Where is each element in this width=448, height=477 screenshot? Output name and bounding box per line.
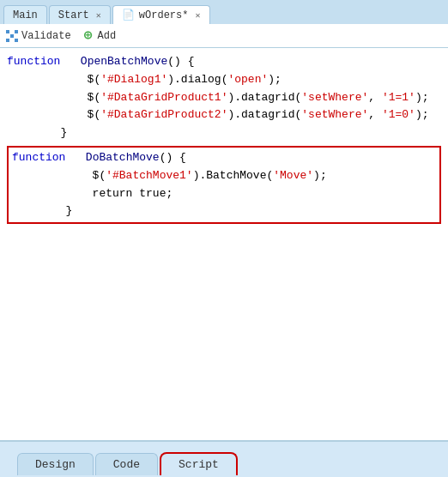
tab-script-label: Script [179, 458, 219, 471]
code-line-2-3: return true; [12, 185, 436, 203]
tab-start[interactable]: Start ✕ [49, 5, 111, 24]
code-line-1-1: function OpenBatchMove() { [7, 53, 441, 71]
tab-main-label: Main [13, 9, 38, 21]
tab-bar: Main Start ✕ 📄 wOrders* ✕ [0, 0, 448, 24]
code-line-1-2: $('#Dialog1').dialog('open'); [7, 71, 441, 89]
tab-worders-label: wOrders* [139, 9, 189, 21]
tab-start-label: Start [58, 9, 89, 21]
validate-label: Validate [21, 30, 71, 42]
tab-main[interactable]: Main [3, 5, 47, 24]
tab-design-label: Design [35, 458, 76, 471]
add-button[interactable]: ⊕ Add [82, 29, 117, 43]
toolbar: Validate ⊕ Add [0, 24, 448, 48]
code-line-1-3: $('#DataGridProduct1').datagrid('setWher… [7, 89, 441, 107]
bottom-tab-bar: Design Code Script [0, 441, 448, 477]
validate-button[interactable]: Validate [5, 29, 71, 43]
code-line-2-2: $('#BatchMove1').BatchMove('Move'); [12, 167, 436, 185]
code-line-1-5: } [7, 124, 441, 142]
tab-worders[interactable]: 📄 wOrders* ✕ [112, 5, 210, 24]
code-line-1-4: $('#DataGridProduct2').datagrid('setWher… [7, 106, 441, 124]
code-block-2-highlight: function DoBatchMove() { $('#BatchMove1'… [7, 146, 441, 224]
code-line-2-1: function DoBatchMove() { [12, 149, 436, 167]
tab-start-close[interactable]: ✕ [96, 10, 101, 21]
code-editor[interactable]: function OpenBatchMove() { $('#Dialog1')… [0, 48, 448, 441]
add-label: Add [98, 30, 117, 42]
grid-icon [6, 30, 18, 42]
tab-icon: 📄 [122, 9, 135, 21]
code-line-2-4: } [12, 202, 436, 220]
code-block-1: function OpenBatchMove() { $('#Dialog1')… [7, 53, 441, 142]
tab-worders-close[interactable]: ✕ [195, 10, 200, 21]
validate-icon [5, 29, 19, 43]
tab-code[interactable]: Code [95, 453, 158, 475]
tab-code-label: Code [113, 458, 140, 471]
tab-design[interactable]: Design [17, 453, 94, 475]
tab-script[interactable]: Script [160, 452, 238, 475]
add-icon: ⊕ [82, 29, 95, 43]
